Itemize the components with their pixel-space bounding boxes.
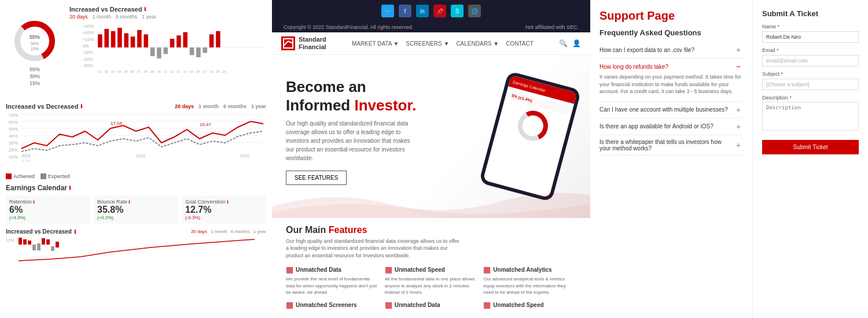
svg-rect-27	[190, 47, 194, 55]
description-input[interactable]	[762, 102, 859, 131]
svg-rect-73	[28, 241, 31, 245]
support-content: Support Page Frequently Asked Questions …	[590, 0, 868, 318]
faq-item-3[interactable]: Can I have one account with multiple bus…	[599, 102, 743, 119]
faq-item-1[interactable]: How can I export data to an .csv file? +	[599, 42, 743, 58]
features-section: Our Main Features Our high quality and s…	[272, 218, 590, 318]
svg-text:19: 19	[216, 70, 219, 73]
svg-text:06: 06	[131, 70, 134, 73]
svg-rect-75	[37, 243, 41, 250]
email-field: Email *	[762, 47, 859, 66]
svg-rect-23	[163, 47, 168, 54]
faq-toggle-5[interactable]: +	[734, 140, 743, 150]
svg-text:60%: 60%	[9, 120, 18, 125]
name-input[interactable]	[762, 31, 859, 43]
footer-copy-bar: Copyright © 2022 StandardFinancial. All …	[272, 22, 590, 32]
svg-rect-25	[176, 35, 181, 47]
svg-text:30%: 30%	[31, 42, 39, 46]
feature-item-data2: ▦ Unmatched Data	[385, 300, 478, 311]
submit-ticket-button[interactable]: Submit Ticket	[762, 140, 859, 154]
svg-text:02: 02	[104, 70, 108, 73]
hero-subtitle: Our high quality and standardized financ…	[286, 119, 413, 162]
chart-title-2: Increased vs Decreased ℹ 20 days 1 month…	[6, 103, 266, 110]
svg-line-82	[288, 41, 293, 43]
feature-data2-icon: ▦	[385, 300, 392, 309]
twitter-icon[interactable]: 🐦	[381, 5, 394, 17]
svg-rect-20	[144, 34, 148, 47]
faq-toggle-2[interactable]: −	[734, 62, 743, 71]
donut-chart: 55% 30% 15%	[12, 18, 58, 64]
feature-analytics-icon: ▦	[483, 265, 491, 274]
skype-icon[interactable]: S	[451, 5, 464, 17]
svg-rect-13	[98, 34, 102, 47]
email-input[interactable]	[762, 55, 859, 66]
hero-title: Become an Informed Investor.	[286, 78, 475, 114]
faq-toggle-3[interactable]: +	[734, 105, 743, 114]
svg-text:03: 03	[111, 70, 115, 73]
svg-text:20: 20	[222, 70, 226, 73]
legend-achieved: Achieved	[6, 173, 35, 179]
bar-chart-svg: +30% +20% +10% 0% -10% -20% -30%	[69, 22, 266, 74]
svg-text:11: 11	[163, 70, 167, 73]
faq-item-2[interactable]: How long do refunds take? − It varies de…	[599, 58, 743, 102]
faq-item-4[interactable]: Is there an app available for Android or…	[599, 119, 743, 135]
nav-icons: 🔍 👤	[559, 39, 581, 47]
earnings-info-icon[interactable]: ℹ	[69, 185, 71, 191]
svg-rect-31	[216, 31, 220, 47]
legend-achieved-color	[6, 173, 12, 179]
svg-text:07: 07	[137, 70, 141, 73]
nav-logo-icon	[281, 36, 295, 50]
features-title: Our Main Features	[286, 225, 576, 235]
faq-section: Frequently Asked Questions How can I exp…	[599, 28, 743, 156]
nav-links: MARKET DATA ▼ SCREENERS ▼ CALENDARS ▼ CO…	[352, 40, 534, 47]
bar-chart-section: Increased vs Decreased ℹ 20 days 1 month…	[69, 6, 266, 98]
svg-text:04: 04	[117, 70, 121, 73]
svg-rect-78	[51, 246, 54, 251]
web-icon[interactable]: 🌐	[468, 5, 481, 17]
svg-text:12%: 12%	[6, 238, 14, 242]
svg-text:18: 18	[209, 70, 213, 73]
feature-item-data: ▦ Unmatched Data We provide the next lev…	[286, 265, 379, 295]
chart-info-2[interactable]: ℹ	[80, 103, 82, 109]
subject-field: Subject *	[762, 71, 859, 90]
wave-decoration	[272, 183, 590, 218]
chart-title-1: Increased vs Decreased ℹ	[69, 6, 266, 13]
svg-text:12: 12	[170, 70, 174, 73]
faq-title: Frequently Asked Questions	[599, 28, 743, 37]
faq-item-5[interactable]: Is there a whitepaper that tells us inve…	[599, 135, 743, 156]
hero-section: Become an Informed Investor. Our high qu…	[272, 55, 590, 217]
chart-controls-1: 20 days 1 month 6 months 1 year	[69, 14, 266, 20]
support-right: Submit A Ticket Name * Email * Subject *…	[752, 0, 868, 318]
subject-input[interactable]	[762, 79, 859, 90]
nav-logo-text: Standard Financial	[299, 36, 326, 51]
features-grid: ▦ Unmatched Data We provide the next lev…	[286, 265, 576, 295]
pinterest-icon[interactable]: 📌	[433, 5, 446, 17]
legend-expected-color	[41, 173, 46, 179]
faq-toggle-4[interactable]: +	[734, 122, 743, 131]
svg-rect-24	[170, 39, 175, 47]
svg-text:2019: 2019	[136, 154, 145, 158]
feature-speed2-icon: ▦	[483, 300, 491, 309]
linkedin-icon[interactable]: in	[416, 5, 429, 17]
support-page-title: Support Page	[599, 9, 743, 23]
svg-rect-21	[150, 47, 155, 56]
earnings-title: Earnings Calendar ℹ	[6, 184, 266, 192]
feature-speed-icon: ▦	[385, 265, 392, 274]
earnings-card-bounce: Bounce Rate ℹ 35.8% (+0.2%)	[94, 195, 178, 224]
feature-data-icon: ▦	[286, 265, 293, 274]
footer-social: 🐦 f in 📌 S 🌐	[381, 5, 481, 17]
svg-rect-14	[104, 29, 109, 47]
earnings-section: Earnings Calendar ℹ Retention ℹ 6% (+3.3…	[6, 184, 266, 266]
svg-text:16: 16	[196, 70, 200, 73]
search-icon[interactable]: 🔍	[559, 39, 568, 47]
user-icon[interactable]: 👤	[572, 39, 581, 47]
faq-toggle-1[interactable]: +	[734, 45, 743, 54]
svg-text:01: 01	[98, 70, 101, 73]
chart-info-icon[interactable]: ℹ	[144, 6, 146, 12]
nav-logo: Standard Financial	[281, 36, 326, 51]
svg-text:09: 09	[150, 70, 154, 73]
facebook-icon[interactable]: f	[399, 5, 411, 17]
svg-text:0%: 0%	[83, 43, 89, 49]
feature-item-screeners: ▦ Unmatched Screeners	[286, 300, 379, 311]
svg-text:+10%: +10%	[83, 37, 94, 42]
svg-text:+20%: +20%	[83, 30, 94, 35]
